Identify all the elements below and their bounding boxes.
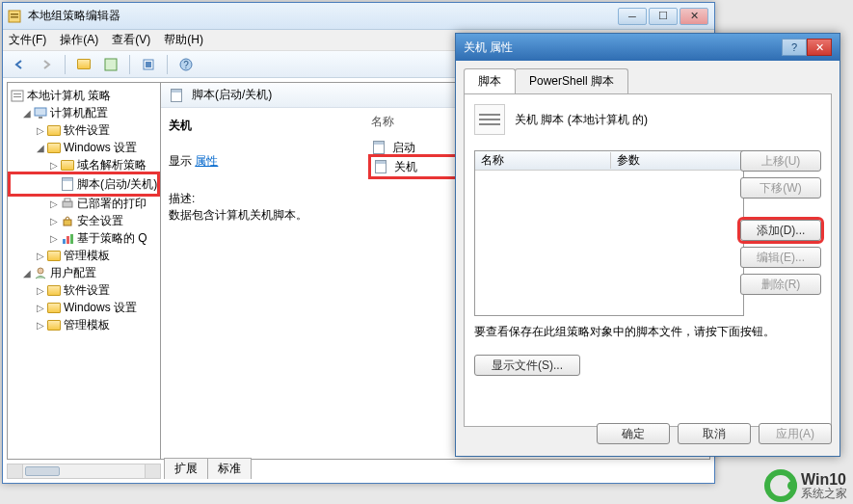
svg-rect-17 — [67, 236, 69, 244]
scripts-icon — [60, 176, 75, 192]
apply-button[interactable]: 应用(A) — [759, 423, 832, 444]
svg-rect-2 — [11, 16, 18, 18]
dialog-close-button[interactable]: ✕ — [807, 39, 832, 56]
show-files-button[interactable]: 显示文件(S)... — [474, 355, 580, 376]
bottom-tabs: 扩展 标准 — [164, 460, 251, 479]
back-button[interactable] — [9, 54, 30, 75]
menu-file[interactable]: 文件(F) — [9, 32, 46, 48]
scripts-icon — [169, 88, 184, 103]
expand-arrow-icon[interactable]: ▷ — [35, 303, 46, 313]
remove-button[interactable]: 删除(R) — [740, 274, 821, 295]
tree-user-config[interactable]: ◢用户配置 — [10, 264, 158, 281]
toolbar-separator — [65, 55, 66, 74]
menu-action[interactable]: 操作(A) — [60, 32, 98, 48]
dialog-header-row: 关机 脚本 (本地计算机 的) — [474, 104, 821, 135]
desc-label: 描述: — [169, 191, 356, 207]
scroll-right-button[interactable] — [145, 464, 160, 478]
tree-admin-templates-c[interactable]: ▷管理模板 — [10, 247, 158, 264]
help-button[interactable]: ? — [175, 54, 197, 75]
dialog-header-text: 关机 脚本 (本地计算机 的) — [515, 112, 648, 128]
minimize-button[interactable]: ─ — [618, 8, 647, 25]
expand-arrow-icon[interactable]: ▷ — [48, 216, 60, 226]
close-button[interactable]: ✕ — [680, 8, 708, 25]
show-row: 显示 属性 — [169, 153, 356, 170]
folder-icon — [46, 300, 62, 315]
tree-scripts[interactable]: 脚本(启动/关机) — [10, 173, 158, 195]
desc-text: 数据包含计算机关机脚本。 — [169, 207, 356, 224]
folder-icon — [46, 122, 62, 138]
tree-software-settings-u[interactable]: ▷软件设置 — [10, 281, 158, 299]
tree-hscrollbar[interactable] — [7, 464, 161, 479]
tab-extended[interactable]: 扩展 — [164, 458, 208, 479]
scripts-listbox[interactable]: 名称 参数 — [474, 150, 744, 316]
computer-icon — [33, 105, 48, 120]
svg-rect-10 — [13, 96, 21, 97]
up-button[interactable] — [73, 54, 94, 75]
tree-admin-templates-u[interactable]: ▷管理模板 — [10, 316, 158, 333]
refresh-button[interactable] — [138, 54, 159, 75]
svg-rect-9 — [13, 93, 21, 94]
folder-icon — [46, 282, 62, 298]
titlebar: 本地组策略编辑器 ─ ☐ ✕ — [3, 3, 714, 30]
tree-policy-based[interactable]: ▷基于策略的 Q — [10, 229, 158, 247]
expand-arrow-icon[interactable]: ▷ — [48, 160, 60, 171]
dialog-tabs: 脚本 PowerShell 脚本 — [464, 68, 832, 93]
tab-scripts[interactable]: 脚本 — [464, 68, 516, 93]
dialog-help-button[interactable]: ? — [782, 39, 807, 56]
watermark-text: Win10 系统之家 — [801, 472, 847, 499]
svg-point-19 — [38, 268, 43, 274]
tree-computer-config[interactable]: ◢计算机配置 — [10, 104, 158, 121]
properties-link[interactable]: 属性 — [195, 154, 218, 168]
doc-icon — [371, 140, 387, 155]
svg-rect-11 — [35, 108, 46, 116]
tree-windows-settings[interactable]: ◢Windows 设置 — [10, 139, 158, 156]
expand-arrow-icon[interactable]: ▷ — [48, 199, 60, 209]
tree-deployed-printers[interactable]: ▷已部署的打印 — [10, 195, 158, 212]
edit-button[interactable]: 编辑(E)... — [740, 247, 821, 268]
tab-standard[interactable]: 标准 — [207, 458, 252, 479]
tree-dns-policy[interactable]: ▷域名解析策略 — [10, 156, 158, 173]
folder-icon — [46, 248, 62, 263]
left-column: 关机 显示 属性 描述: 数据包含计算机关机脚本。 — [161, 108, 363, 459]
tree-software-settings[interactable]: ▷软件设置 — [10, 121, 158, 139]
expand-arrow-icon[interactable]: ▷ — [35, 125, 46, 136]
move-down-button[interactable]: 下移(W) — [740, 177, 821, 199]
scroll-track[interactable] — [23, 464, 145, 478]
dialog-bottom: 确定 取消 应用(A) — [464, 423, 832, 448]
tree-panel[interactable]: 本地计算机 策略 ◢计算机配置 ▷软件设置 ◢Windows 设置 ▷域名解析策… — [7, 82, 161, 460]
maximize-button[interactable]: ☐ — [649, 8, 678, 25]
expand-arrow-icon[interactable]: ▷ — [35, 320, 46, 331]
show-tree-button[interactable] — [100, 54, 121, 75]
expand-arrow-icon[interactable]: ▷ — [48, 233, 60, 244]
window-controls: ─ ☐ ✕ — [618, 8, 708, 25]
svg-rect-8 — [12, 91, 23, 101]
ok-button[interactable]: 确定 — [597, 423, 670, 444]
scroll-left-button[interactable] — [8, 464, 23, 478]
tree-root[interactable]: 本地计算机 策略 — [10, 87, 158, 104]
tree-windows-settings-u[interactable]: ▷Windows 设置 — [10, 299, 158, 316]
expand-arrow-icon[interactable]: ◢ — [21, 108, 33, 119]
tree-security-settings[interactable]: ▷安全设置 — [10, 212, 158, 229]
policy-icon — [10, 88, 25, 103]
menu-help[interactable]: 帮助(H) — [164, 32, 203, 48]
forward-button[interactable] — [36, 54, 57, 75]
move-up-button[interactable]: 上移(U) — [740, 150, 821, 172]
expand-arrow-icon[interactable]: ◢ — [21, 268, 33, 279]
tab-powershell[interactable]: PowerShell 脚本 — [515, 68, 628, 93]
window-title: 本地组策略编辑器 — [28, 8, 618, 24]
lock-icon — [60, 213, 75, 228]
watermark-bottom: 系统之家 — [801, 488, 847, 499]
expand-arrow-icon[interactable]: ◢ — [35, 143, 46, 153]
printer-icon — [60, 196, 75, 211]
menu-view[interactable]: 查看(V) — [112, 32, 150, 48]
dialog-controls: ? ✕ — [782, 39, 832, 56]
show-label: 显示 — [169, 154, 192, 168]
expand-arrow-icon[interactable]: ▷ — [35, 251, 46, 261]
toolbar-separator — [167, 55, 168, 74]
expand-arrow-icon[interactable]: ▷ — [35, 285, 46, 296]
folder-icon — [60, 157, 75, 172]
col-name: 名称 — [475, 152, 610, 169]
cancel-button[interactable]: 取消 — [678, 423, 751, 444]
scroll-thumb[interactable] — [25, 466, 60, 476]
add-button[interactable]: 添加(D)... — [740, 220, 821, 241]
